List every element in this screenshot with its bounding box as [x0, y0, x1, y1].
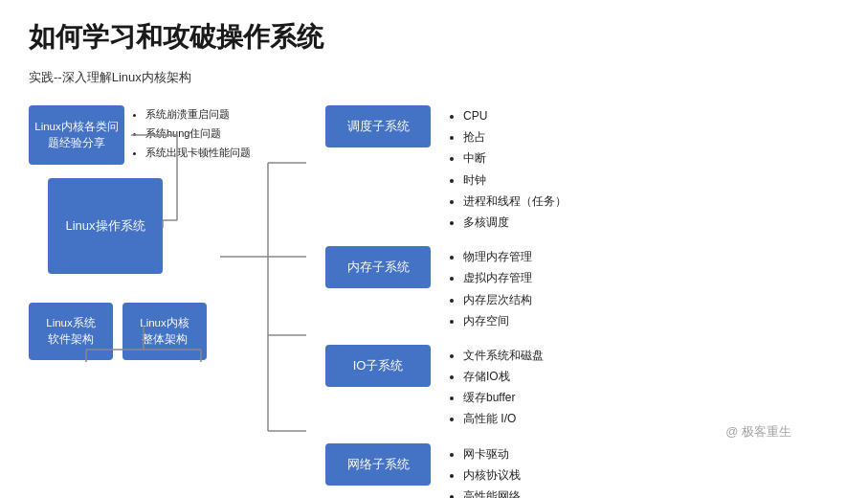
subsystem-bullet-item: 多核调度 [463, 212, 567, 233]
subsystem-bullet-item: 时钟 [463, 170, 567, 191]
subsystem-bullet-item: 物理内存管理 [463, 246, 532, 267]
subsystem-bullet-item: 存储IO栈 [463, 366, 544, 387]
subsystem-row: 网络子系统网卡驱动内核协议栈高性能网络网络优化 [325, 443, 839, 498]
linux-os-box: Linux操作系统 [48, 178, 163, 274]
subtitle: 实践--深入理解Linux内核架构 [29, 69, 839, 86]
subsystem-box: 网络子系统 [325, 443, 431, 486]
bottom-boxes-row: Linux系统 软件架构Linux内核 整体架构 [29, 303, 316, 360]
left-diagram: Linux内核各类问 题经验分享 系统崩溃重启问题系统hung住问题系统出现卡顿… [29, 105, 316, 360]
main-title: 如何学习和攻破操作系统 [29, 19, 839, 56]
problem-box: Linux内核各类问 题经验分享 [29, 105, 124, 165]
linux-os-row: Linux操作系统 [48, 178, 316, 274]
subsystem-bullets: 网卡驱动内核协议栈高性能网络网络优化 [450, 443, 521, 498]
problem-bullet-item: 系统崩溃重启问题 [145, 105, 251, 124]
subsystem-bullet-item: 网卡驱动 [463, 443, 521, 464]
subsystem-bullet-item: 内核协议栈 [463, 464, 521, 486]
bottom-box: Linux系统 软件架构 [29, 303, 113, 360]
subsystem-bullets: 文件系统和磁盘存储IO栈缓存buffer高性能 I/O [450, 345, 544, 430]
subsystem-bullets: CPU抢占中断时钟进程和线程（任务）多核调度 [450, 105, 567, 233]
problem-row: Linux内核各类问 题经验分享 系统崩溃重启问题系统hung住问题系统出现卡顿… [29, 105, 316, 165]
page: 如何学习和攻破操作系统 实践--深入理解Linux内核架构 [0, 0, 868, 498]
subsystem-bullet-item: 抢占 [463, 126, 567, 147]
subsystem-bullet-item: 高性能 I/O [463, 408, 544, 429]
subsystem-bullet-item: CPU [463, 105, 567, 126]
subsystem-bullet-item: 虚拟内存管理 [463, 267, 532, 288]
subsystem-bullet-item: 内存空间 [463, 310, 532, 331]
subsystem-box: IO子系统 [325, 345, 431, 387]
subsystem-box: 内存子系统 [325, 246, 431, 288]
subsystem-row: IO子系统文件系统和磁盘存储IO栈缓存buffer高性能 I/O [325, 345, 839, 430]
subsystem-bullets: 物理内存管理虚拟内存管理内存层次结构内存空间 [450, 246, 532, 331]
diagram-wrapper: Linux内核各类问 题经验分享 系统崩溃重启问题系统hung住问题系统出现卡顿… [29, 105, 839, 498]
subsystem-box: 调度子系统 [325, 105, 431, 147]
subsystem-bullet-item: 中断 [463, 147, 567, 169]
subsystem-bullet-item: 缓存buffer [463, 387, 544, 408]
subsystem-bullet-item: 文件系统和磁盘 [463, 345, 544, 366]
problem-bullet-item: 系统出现卡顿性能问题 [145, 144, 251, 163]
problem-bullet-item: 系统hung住问题 [145, 124, 251, 144]
subsystem-bullet-item: 高性能网络 [463, 486, 521, 498]
problem-bullets: 系统崩溃重启问题系统hung住问题系统出现卡顿性能问题 [132, 105, 251, 162]
subsystem-bullet-item: 内存层次结构 [463, 289, 532, 310]
watermark: @ 极客重生 [725, 423, 791, 441]
subsystem-row: 调度子系统CPU抢占中断时钟进程和线程（任务）多核调度 [325, 105, 839, 233]
bottom-box: Linux内核 整体架构 [122, 303, 207, 360]
subsystem-row: 内存子系统物理内存管理虚拟内存管理内存层次结构内存空间 [325, 246, 839, 331]
subsystem-bullet-item: 进程和线程（任务） [463, 191, 567, 212]
